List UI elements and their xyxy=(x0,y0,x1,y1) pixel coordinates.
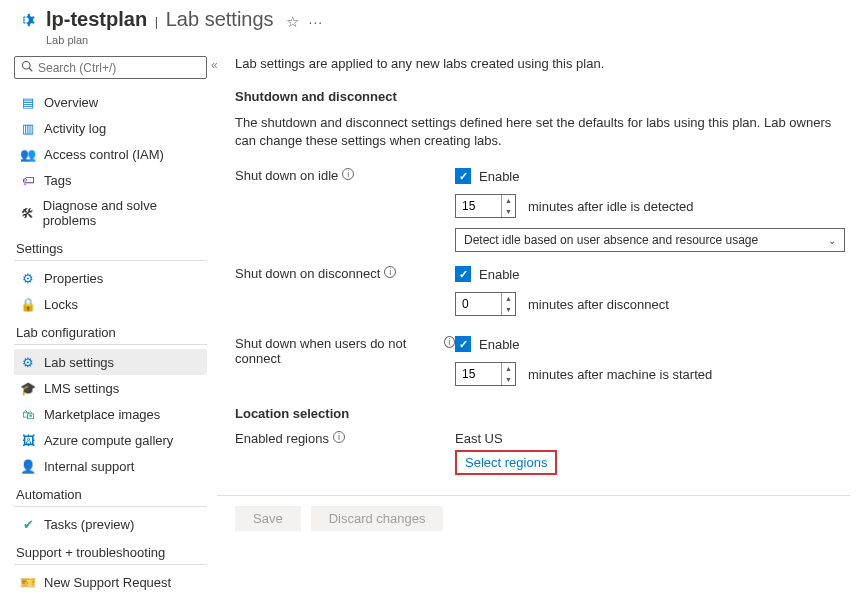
search-icon xyxy=(21,60,33,75)
idle-label: Shut down on idle xyxy=(235,168,338,183)
overview-icon: ▤ xyxy=(20,94,36,110)
shutdown-desc: The shutdown and disconnect settings def… xyxy=(217,114,850,150)
image-icon: 🖼 xyxy=(20,432,36,448)
nav-iam[interactable]: 👥Access control (IAM) xyxy=(14,141,207,167)
more-actions-icon[interactable]: ··· xyxy=(309,14,324,30)
svg-point-0 xyxy=(23,62,31,70)
nav-overview[interactable]: ▤Overview xyxy=(14,89,207,115)
lock-icon: 🔒 xyxy=(20,296,36,312)
nav-new-support[interactable]: 🎫New Support Request xyxy=(14,569,207,595)
info-icon[interactable]: i xyxy=(342,168,354,180)
nav-tags[interactable]: 🏷Tags xyxy=(14,167,207,193)
spin-up-icon[interactable]: ▲ xyxy=(502,195,515,206)
idle-enable-checkbox[interactable]: ✓ xyxy=(455,168,471,184)
intro-text: Lab settings are applied to any new labs… xyxy=(217,56,850,71)
location-heading: Location selection xyxy=(217,406,850,421)
idle-minutes-input[interactable]: ▲▼ xyxy=(455,194,516,218)
nav-properties[interactable]: ⚙Properties xyxy=(14,265,207,291)
save-button[interactable]: Save xyxy=(235,506,301,531)
person-icon: 👤 xyxy=(20,458,36,474)
spin-down-icon[interactable]: ▼ xyxy=(502,304,515,315)
group-settings: Settings xyxy=(14,233,207,261)
collapse-sidebar-icon[interactable]: « xyxy=(211,58,218,72)
people-icon: 👥 xyxy=(20,146,36,162)
nav-lms-settings[interactable]: 🎓LMS settings xyxy=(14,375,207,401)
tag-icon: 🏷 xyxy=(20,172,36,188)
nav-lab-settings[interactable]: ⚙Lab settings xyxy=(14,349,207,375)
disconnect-minutes-input[interactable]: ▲▼ xyxy=(455,292,516,316)
disconnect-enable-checkbox[interactable]: ✓ xyxy=(455,266,471,282)
cart-icon: 🛍 xyxy=(20,406,36,422)
nav-locks[interactable]: 🔒Locks xyxy=(14,291,207,317)
regions-label: Enabled regions xyxy=(235,431,329,446)
favorite-star-icon[interactable]: ☆ xyxy=(286,13,299,31)
nav-activity-log[interactable]: ▥Activity log xyxy=(14,115,207,141)
info-icon[interactable]: i xyxy=(333,431,345,443)
page-subtitle: Lab settings xyxy=(166,8,274,30)
noconnect-label: Shut down when users do not connect xyxy=(235,336,440,366)
disconnect-label: Shut down on disconnect xyxy=(235,266,380,281)
gear-icon xyxy=(14,8,38,32)
group-automation: Automation xyxy=(14,479,207,507)
info-icon[interactable]: i xyxy=(384,266,396,278)
shutdown-heading: Shutdown and disconnect xyxy=(217,89,850,104)
discard-button[interactable]: Discard changes xyxy=(311,506,444,531)
resource-title: lp-testplan xyxy=(46,8,147,30)
spin-up-icon[interactable]: ▲ xyxy=(502,363,515,374)
sliders-icon: ⚙ xyxy=(20,270,36,286)
spin-down-icon[interactable]: ▼ xyxy=(502,374,515,385)
group-labconfig: Lab configuration xyxy=(14,317,207,345)
select-regions-link[interactable]: Select regions xyxy=(465,455,547,470)
search-input[interactable] xyxy=(38,61,200,75)
search-box[interactable] xyxy=(14,56,207,79)
log-icon: ▥ xyxy=(20,120,36,136)
group-support: Support + troubleshooting xyxy=(14,537,207,565)
resource-type: Lab plan xyxy=(32,34,860,46)
tasks-icon: ✔ xyxy=(20,516,36,532)
noconnect-minutes-input[interactable]: ▲▼ xyxy=(455,362,516,386)
chevron-down-icon: ⌄ xyxy=(828,235,836,246)
nav-gallery[interactable]: 🖼Azure compute gallery xyxy=(14,427,207,453)
graduation-icon: 🎓 xyxy=(20,380,36,396)
wrench-icon: 🛠 xyxy=(20,205,35,221)
nav-tasks[interactable]: ✔Tasks (preview) xyxy=(14,511,207,537)
gear-icon: ⚙ xyxy=(20,354,36,370)
spin-up-icon[interactable]: ▲ xyxy=(502,293,515,304)
nav-marketplace[interactable]: 🛍Marketplace images xyxy=(14,401,207,427)
noconnect-enable-checkbox[interactable]: ✓ xyxy=(455,336,471,352)
svg-line-1 xyxy=(29,68,32,71)
support-icon: 🎫 xyxy=(20,574,36,590)
spin-down-icon[interactable]: ▼ xyxy=(502,206,515,217)
info-icon[interactable]: i xyxy=(444,336,455,348)
nav-internal-support[interactable]: 👤Internal support xyxy=(14,453,207,479)
idle-method-dropdown[interactable]: Detect idle based on user absence and re… xyxy=(455,228,845,252)
nav-diagnose[interactable]: 🛠Diagnose and solve problems xyxy=(14,193,207,233)
regions-value: East US xyxy=(455,431,850,446)
